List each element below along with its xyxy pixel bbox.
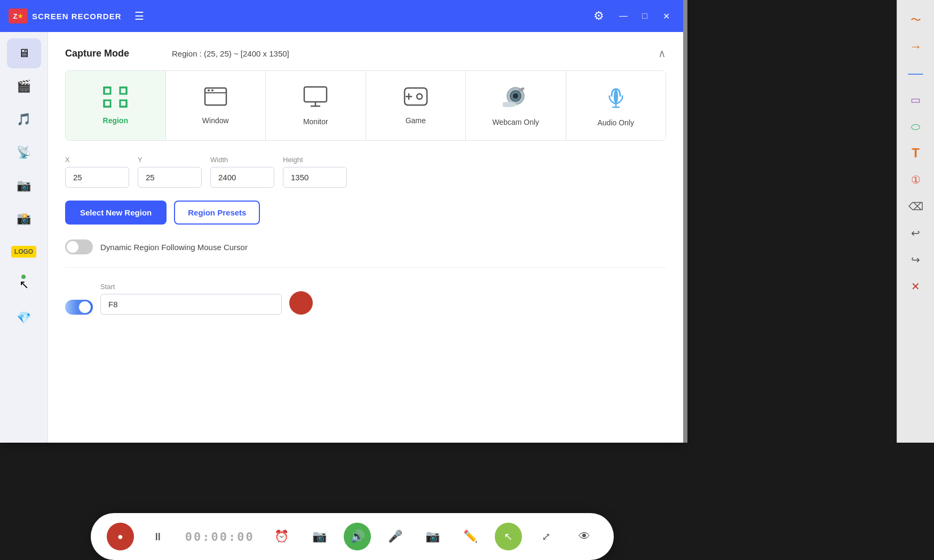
region-presets-button[interactable]: Region Presets bbox=[174, 201, 260, 225]
wifi-icon: 📡 bbox=[17, 146, 31, 159]
sidebar-item-audio[interactable]: 🎵 bbox=[7, 105, 41, 134]
app-body: 🖥 🎬 🎵 📡 📷 📸 LOGO ↖ bbox=[0, 32, 683, 443]
dynamic-region-toggle[interactable] bbox=[65, 239, 93, 254]
arrow-right-icon: → bbox=[909, 39, 922, 54]
mic-button[interactable]: 🎤 bbox=[382, 523, 409, 550]
title-bar: Z ★ SCREEN RECORDER ☰ ⚙ — □ ✕ bbox=[0, 0, 683, 32]
hotkey-enable-toggle[interactable] bbox=[65, 300, 93, 315]
sidebar-item-logo[interactable]: LOGO bbox=[7, 237, 41, 267]
height-field: Height bbox=[283, 156, 347, 188]
svg-point-12 bbox=[417, 94, 422, 99]
audio-tab-icon bbox=[604, 85, 628, 113]
sidebar-item-webcam[interactable]: 📷 bbox=[7, 171, 41, 201]
rt-ellipse[interactable]: ⬭ bbox=[903, 114, 929, 139]
sidebar-item-screenshot[interactable]: 📸 bbox=[7, 204, 41, 234]
sidebar-item-cursor[interactable]: ↖ bbox=[7, 270, 41, 300]
timer-display: 00:00:00 bbox=[183, 530, 257, 543]
rt-wave[interactable]: 〜 bbox=[903, 7, 929, 32]
expand-button[interactable]: ⤢ bbox=[533, 523, 560, 550]
rt-rectangle[interactable]: ▭ bbox=[903, 87, 929, 112]
record-hotkey-button[interactable] bbox=[289, 291, 313, 315]
monitor-icon bbox=[303, 86, 328, 112]
window-icon bbox=[204, 87, 227, 111]
bottom-bar: ● ⏸ 00:00:00 ⏰ 📷 🔊 🎤 📷 ✏️ ↖ ⤢ 👁 bbox=[91, 513, 614, 560]
logo-area: Z ★ SCREEN RECORDER bbox=[9, 9, 122, 23]
x-input[interactable] bbox=[65, 167, 129, 188]
width-input[interactable] bbox=[210, 167, 274, 188]
hotkey-start-label: Start bbox=[100, 283, 282, 291]
tab-region[interactable]: Region bbox=[66, 71, 166, 140]
svg-rect-0 bbox=[104, 87, 110, 94]
cursor-bar-button[interactable]: ↖ bbox=[495, 523, 522, 550]
tab-webcam[interactable]: Webcam Only bbox=[466, 71, 566, 140]
sidebar: 🖥 🎬 🎵 📡 📷 📸 LOGO ↖ bbox=[0, 32, 48, 443]
hamburger-button[interactable]: ☰ bbox=[134, 10, 144, 22]
hotkey-row: Start bbox=[65, 283, 666, 315]
action-buttons: Select New Region Region Presets bbox=[65, 201, 666, 225]
tab-game[interactable]: Game bbox=[366, 71, 466, 140]
region-bracket-icon bbox=[103, 86, 128, 111]
close-button[interactable]: ✕ bbox=[658, 7, 675, 25]
height-label: Height bbox=[283, 156, 347, 164]
gear-icon[interactable]: ⚙ bbox=[593, 9, 604, 23]
pause-button[interactable]: ⏸ bbox=[145, 523, 172, 550]
hotkey-input[interactable] bbox=[100, 294, 282, 315]
svg-rect-8 bbox=[304, 87, 327, 102]
rt-number[interactable]: ① bbox=[903, 167, 929, 192]
cursor-icon: ↖ bbox=[19, 278, 29, 292]
minimize-button[interactable]: — bbox=[615, 7, 632, 25]
screenshot-icon: 📸 bbox=[17, 212, 31, 226]
svg-rect-1 bbox=[120, 87, 126, 94]
wave-icon: 〜 bbox=[911, 13, 921, 27]
sidebar-item-screen[interactable]: 🖥 bbox=[7, 38, 41, 68]
webcam-bar-button[interactable]: 📷 bbox=[419, 523, 446, 550]
capture-mode-title: Capture Mode bbox=[65, 48, 172, 59]
width-label: Width bbox=[210, 156, 274, 164]
sidebar-item-wifi[interactable]: 📡 bbox=[7, 138, 41, 167]
rt-close[interactable]: ✕ bbox=[903, 274, 929, 299]
toggle-knob bbox=[67, 241, 78, 253]
svg-point-6 bbox=[208, 89, 210, 91]
title-bar-actions: ⚙ — □ ✕ bbox=[593, 7, 675, 25]
rt-text[interactable]: T bbox=[903, 141, 929, 165]
eye-button[interactable]: 👁 bbox=[571, 523, 598, 550]
logo-star: ★ bbox=[18, 13, 23, 20]
audio-icon: 🎵 bbox=[17, 113, 31, 126]
main-content: Capture Mode Region : (25, 25) ~ [2400 x… bbox=[48, 32, 683, 443]
rt-eraser[interactable]: ⌫ bbox=[903, 194, 929, 219]
y-field: Y bbox=[138, 156, 202, 188]
y-label: Y bbox=[138, 156, 202, 164]
clock-button[interactable]: ⏰ bbox=[268, 523, 295, 550]
rt-undo[interactable]: ↩ bbox=[903, 221, 929, 245]
y-input[interactable] bbox=[138, 167, 202, 188]
hotkey-toggle-knob bbox=[79, 301, 91, 313]
sidebar-item-extras[interactable]: 💎 bbox=[7, 303, 41, 333]
tab-audio[interactable]: Audio Only bbox=[566, 71, 666, 140]
tab-monitor-label: Monitor bbox=[303, 117, 328, 126]
collapse-button[interactable]: ∧ bbox=[658, 47, 666, 60]
x-label: X bbox=[65, 156, 129, 164]
close-rt-icon: ✕ bbox=[911, 280, 920, 293]
maximize-button[interactable]: □ bbox=[636, 7, 653, 25]
tab-region-label: Region bbox=[103, 116, 128, 125]
sidebar-item-video[interactable]: 🎬 bbox=[7, 71, 41, 101]
rt-redo[interactable]: ↪ bbox=[903, 247, 929, 272]
redo-icon: ↪ bbox=[911, 253, 920, 266]
app-window: Z ★ SCREEN RECORDER ☰ ⚙ — □ ✕ 🖥 🎬 🎵 bbox=[0, 0, 683, 443]
tab-monitor[interactable]: Monitor bbox=[266, 71, 366, 140]
number-icon: ① bbox=[911, 173, 921, 186]
select-new-region-button[interactable]: Select New Region bbox=[65, 201, 167, 225]
tab-window[interactable]: Window bbox=[166, 71, 266, 140]
height-input[interactable] bbox=[283, 167, 347, 188]
svg-point-7 bbox=[211, 89, 213, 91]
speaker-button[interactable]: 🔊 bbox=[344, 523, 371, 550]
pencil-button[interactable]: ✏️ bbox=[457, 523, 484, 550]
rt-line[interactable]: — bbox=[903, 61, 929, 85]
mode-tabs: Region Window bbox=[65, 70, 666, 141]
rt-arrow[interactable]: → bbox=[903, 34, 929, 59]
screenshot-bar-button[interactable]: 📷 bbox=[306, 523, 333, 550]
record-button[interactable]: ● bbox=[107, 523, 134, 550]
webcam-tab-icon bbox=[503, 85, 528, 113]
app-logo-icon: Z ★ bbox=[9, 9, 28, 23]
dynamic-region-row: Dynamic Region Following Mouse Cursor bbox=[65, 239, 666, 268]
